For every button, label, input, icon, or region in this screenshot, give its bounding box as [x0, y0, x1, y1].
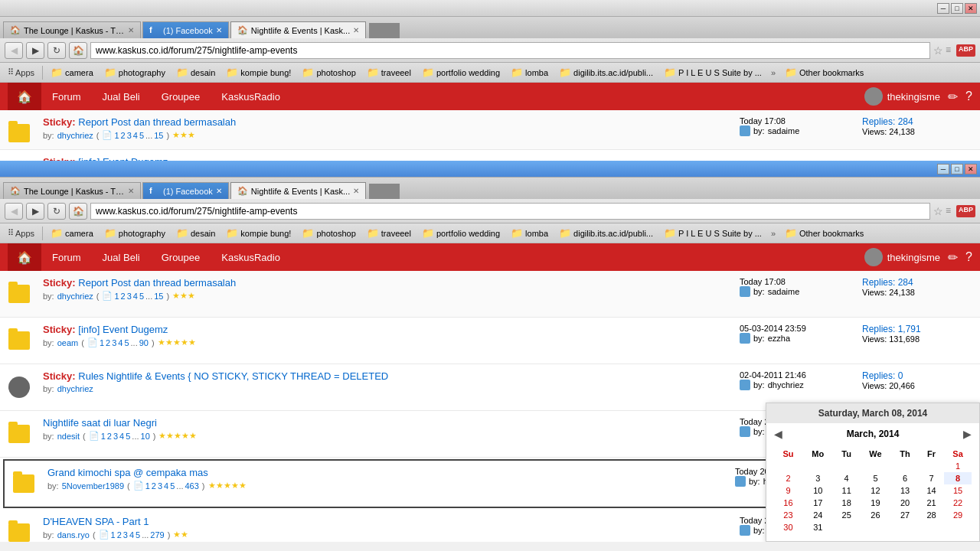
nav-jualbeli-second[interactable]: Jual Beli: [92, 243, 151, 271]
p5-6[interactable]: 5: [136, 530, 140, 540]
refresh-button[interactable]: ↻: [47, 42, 66, 59]
p1-4[interactable]: 1: [101, 432, 106, 441]
bookmark-traveeel-second[interactable]: 📁 traveeel: [362, 226, 416, 241]
cal-day-1[interactable]: 1: [944, 460, 972, 472]
cal-day-5[interactable]: 5: [860, 472, 892, 484]
cal-day-12[interactable]: 12: [860, 484, 892, 497]
home-button[interactable]: 🏠: [69, 42, 87, 59]
bookmark-digilib[interactable]: 📁 digilib.its.ac.id/publi...: [554, 65, 658, 80]
bookmark-portfolio[interactable]: 📁 portfolio wedding: [417, 65, 505, 80]
minimize-button-second[interactable]: ─: [937, 164, 949, 174]
minimize-button[interactable]: ─: [937, 3, 949, 14]
nav-groupee-second[interactable]: Groupee: [151, 243, 211, 271]
cal-day-30[interactable]: 30: [774, 521, 802, 533]
maximize-button[interactable]: □: [951, 3, 963, 14]
p3-5[interactable]: 3: [158, 481, 162, 491]
tab-nightlife-second[interactable]: 🏠 Nightlife & Events | Kask... ✕: [230, 182, 366, 199]
cal-day-19[interactable]: 19: [860, 497, 892, 509]
cal-day-21[interactable]: 21: [919, 497, 944, 509]
p2-6[interactable]: 2: [117, 530, 122, 540]
cal-day-24[interactable]: 24: [802, 509, 834, 521]
p279-6[interactable]: 279: [150, 530, 164, 540]
nav-forum-second[interactable]: Forum: [41, 243, 92, 271]
p5-5[interactable]: 5: [170, 481, 175, 491]
p15-s1[interactable]: 15: [154, 292, 163, 301]
bookmark-digilib-second[interactable]: 📁 digilib.its.ac.id/publi...: [554, 226, 658, 241]
nav-kaskusradio-first[interactable]: KaskusRadio: [211, 83, 291, 110]
tab-lounge-second[interactable]: 🏠 The Lounge | Kaskus - Th... ✕: [3, 182, 141, 199]
page-15-1[interactable]: 15: [154, 131, 163, 140]
poster-link-s3[interactable]: dhychriez: [768, 380, 804, 390]
cal-day[interactable]: [774, 460, 802, 472]
bookmark-kompie[interactable]: 📁 kompie bung!: [221, 65, 296, 80]
link-s1[interactable]: Report Post dan thread bermasalah: [78, 277, 236, 289]
p2-5[interactable]: 2: [152, 481, 156, 491]
cal-day-17[interactable]: 17: [802, 497, 834, 509]
page-3-1[interactable]: 3: [127, 131, 132, 140]
author-5[interactable]: 5November1989: [62, 481, 124, 491]
apps-button[interactable]: ⠿ Apps: [3, 67, 39, 77]
link-4[interactable]: Nightlife saat di luar Negri: [43, 417, 157, 429]
cal-day-7[interactable]: 7: [919, 472, 944, 484]
bookmark-portfolio-second[interactable]: 📁 portfolio wedding: [417, 226, 505, 241]
home-nav-button-second[interactable]: 🏠: [8, 243, 41, 271]
back-button[interactable]: ◀: [5, 42, 23, 59]
poster-link-s2[interactable]: ezzha: [768, 334, 790, 343]
cal-day-16[interactable]: 16: [774, 497, 802, 509]
p4-5[interactable]: 4: [164, 481, 168, 491]
cal-day-15[interactable]: 15: [944, 484, 972, 497]
forward-button[interactable]: ▶: [26, 42, 44, 59]
home-nav-button-first[interactable]: 🏠: [8, 83, 41, 110]
edit-icon-first[interactable]: ✏: [948, 90, 958, 104]
back-button-second[interactable]: ◀: [5, 203, 23, 220]
home-button-second[interactable]: 🏠: [69, 203, 87, 220]
calendar-prev-button[interactable]: ◀: [774, 428, 782, 440]
calendar-next-button[interactable]: ▶: [963, 428, 972, 440]
p1-s2[interactable]: 1: [100, 338, 104, 347]
tab-nightlife[interactable]: 🏠 Nightlife & Events | Kask... ✕: [230, 21, 366, 38]
link-s2[interactable]: [info] Event Dugemz: [78, 324, 168, 335]
bookmark-desain[interactable]: 📁 desain: [172, 65, 220, 80]
cal-day[interactable]: [891, 460, 919, 472]
cal-day-4[interactable]: 4: [834, 472, 860, 484]
tab-facebook-second[interactable]: f (1) Facebook ✕: [142, 182, 229, 199]
page-1-1[interactable]: 1: [114, 131, 119, 140]
author-s2[interactable]: oeam: [57, 338, 79, 347]
tab-close-nightlife[interactable]: ✕: [353, 26, 359, 34]
bookmark-photoshop-second[interactable]: 📁 photoshop: [297, 226, 360, 241]
tab-lounge[interactable]: 🏠 The Lounge | Kaskus - Th... ✕: [3, 21, 141, 38]
tab-close-facebook[interactable]: ✕: [216, 26, 222, 34]
cal-day-20[interactable]: 20: [891, 497, 919, 509]
link-6[interactable]: D'HEAVEN SPA - Part 1: [43, 516, 149, 527]
bookmark-camera[interactable]: 📁 camera: [46, 65, 98, 80]
cal-day[interactable]: [834, 460, 860, 472]
nav-jualbeli-first[interactable]: Jual Beli: [92, 83, 151, 110]
author-6[interactable]: dans.ryo: [57, 530, 90, 540]
tab-close-nightlife-second[interactable]: ✕: [353, 187, 359, 195]
cal-day[interactable]: [919, 460, 944, 472]
nav-forum-first[interactable]: Forum: [41, 83, 92, 110]
tab-close-lounge-second[interactable]: ✕: [128, 187, 134, 195]
cal-day-27[interactable]: 27: [891, 509, 919, 521]
poster-link-s1[interactable]: sadaime: [768, 287, 800, 296]
bookmark-photography-second[interactable]: 📁 photography: [100, 226, 170, 241]
cal-day-25[interactable]: 25: [834, 509, 860, 521]
address-bar[interactable]: www.kaskus.co.id/forum/275/nightlife-amp…: [90, 42, 930, 59]
bookmark-photoshop[interactable]: 📁 photoshop: [297, 65, 360, 80]
new-tab-area[interactable]: [369, 23, 400, 38]
close-button[interactable]: ✕: [965, 3, 977, 14]
thread-link-1[interactable]: Report Post dan thread bermasalah: [78, 116, 236, 128]
cal-day[interactable]: [860, 460, 892, 472]
p90-s2[interactable]: 90: [139, 338, 149, 347]
help-icon-first[interactable]: ?: [965, 90, 972, 103]
more-bookmarks-second[interactable]: »: [768, 229, 779, 238]
cal-day-31[interactable]: 31: [802, 521, 834, 533]
close-button-second[interactable]: ✕: [965, 164, 977, 174]
author-s1[interactable]: dhychriez: [57, 292, 93, 301]
bookmark-lomba-second[interactable]: 📁 lomba: [506, 226, 553, 241]
help-icon-second[interactable]: ?: [965, 250, 972, 264]
link-5[interactable]: Grand kimochi spa @ cempaka mas: [47, 467, 208, 478]
p4-s1[interactable]: 4: [133, 292, 138, 301]
forward-button-second[interactable]: ▶: [26, 203, 44, 220]
cal-day-26[interactable]: 26: [860, 509, 892, 521]
